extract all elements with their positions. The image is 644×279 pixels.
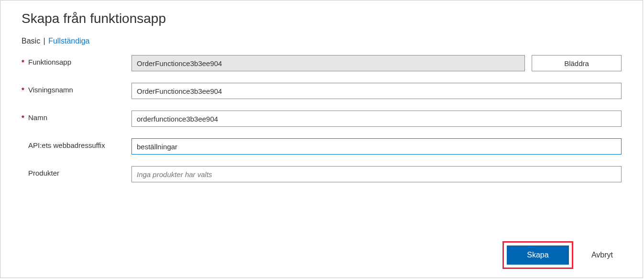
row-visningsnamn: * Visningsnamn [22, 83, 622, 99]
row-api-suffix: API:ets webbadressuffix [22, 138, 622, 155]
create-button-highlight: Skapa [502, 241, 573, 269]
label-funktionsapp: * Funktionsapp [22, 55, 131, 66]
create-from-function-app-panel: Skapa från funktionsapp Basic | Fullstän… [0, 0, 643, 278]
api-suffix-input[interactable] [131, 138, 622, 155]
label-namn-text: Namn [28, 113, 47, 122]
row-namn: * Namn [22, 111, 622, 127]
produkter-input[interactable] [131, 166, 622, 182]
label-api-suffix: API:ets webbadressuffix [22, 138, 131, 149]
tab-full[interactable]: Fullständiga [48, 37, 89, 45]
funktionsapp-input [131, 55, 525, 71]
label-namn: * Namn [22, 111, 131, 122]
label-visningsnamn-text: Visningsnamn [28, 86, 73, 94]
tab-separator: | [43, 37, 46, 45]
label-produkter-text: Produkter [28, 169, 59, 177]
browse-button[interactable]: Bläddra [532, 55, 622, 71]
required-marker: * [22, 58, 28, 66]
label-funktionsapp-text: Funktionsapp [28, 58, 71, 66]
create-button[interactable]: Skapa [507, 246, 569, 265]
page-title: Skapa från funktionsapp [22, 11, 622, 26]
namn-input[interactable] [131, 111, 622, 127]
label-produkter: Produkter [22, 166, 131, 177]
tabs: Basic | Fullständiga [22, 37, 622, 45]
required-marker: * [22, 113, 28, 122]
footer: Skapa Avbryt [502, 241, 622, 269]
label-api-suffix-text: API:ets webbadressuffix [28, 141, 105, 149]
row-produkter: Produkter [22, 166, 622, 182]
row-funktionsapp: * Funktionsapp Bläddra [22, 55, 622, 71]
visningsnamn-input[interactable] [131, 83, 622, 99]
required-marker: * [22, 86, 28, 94]
cancel-button[interactable]: Avbryt [583, 246, 622, 264]
tab-basic[interactable]: Basic [22, 37, 40, 45]
label-visningsnamn: * Visningsnamn [22, 83, 131, 94]
